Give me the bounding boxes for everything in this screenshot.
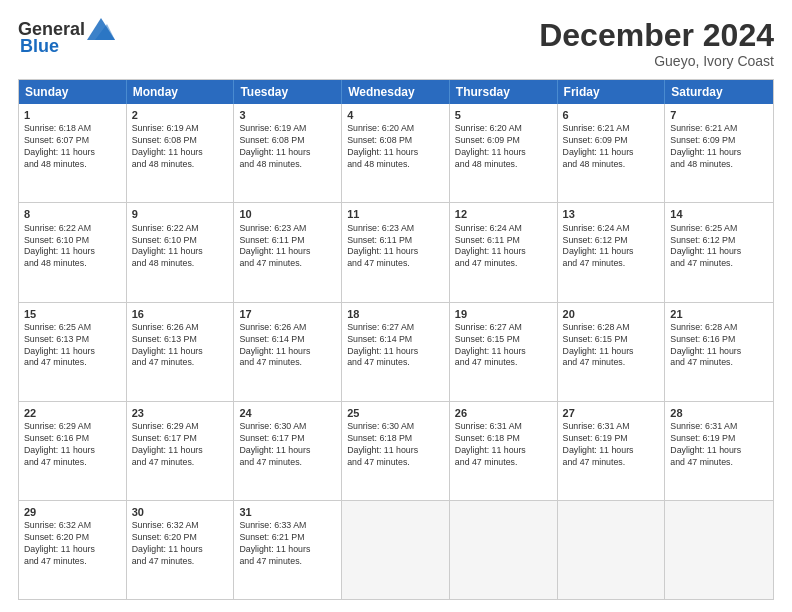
table-row: 26Sunrise: 6:31 AM Sunset: 6:18 PM Dayli…: [450, 402, 558, 500]
header-monday: Monday: [127, 80, 235, 104]
table-row: 11Sunrise: 6:23 AM Sunset: 6:11 PM Dayli…: [342, 203, 450, 301]
cell-info: Sunrise: 6:32 AM Sunset: 6:20 PM Dayligh…: [132, 520, 229, 568]
cell-info: Sunrise: 6:19 AM Sunset: 6:08 PM Dayligh…: [132, 123, 229, 171]
table-row: 6Sunrise: 6:21 AM Sunset: 6:09 PM Daylig…: [558, 104, 666, 202]
page: General Blue December 2024 Gueyo, Ivory …: [0, 0, 792, 612]
day-number: 18: [347, 307, 444, 321]
cell-info: Sunrise: 6:24 AM Sunset: 6:12 PM Dayligh…: [563, 223, 660, 271]
cell-info: Sunrise: 6:26 AM Sunset: 6:13 PM Dayligh…: [132, 322, 229, 370]
table-row: 7Sunrise: 6:21 AM Sunset: 6:09 PM Daylig…: [665, 104, 773, 202]
day-number: 3: [239, 108, 336, 122]
day-number: 25: [347, 406, 444, 420]
header: General Blue December 2024 Gueyo, Ivory …: [18, 18, 774, 69]
cell-info: Sunrise: 6:27 AM Sunset: 6:14 PM Dayligh…: [347, 322, 444, 370]
calendar-row: 1Sunrise: 6:18 AM Sunset: 6:07 PM Daylig…: [19, 104, 773, 203]
table-row: 17Sunrise: 6:26 AM Sunset: 6:14 PM Dayli…: [234, 303, 342, 401]
cell-info: Sunrise: 6:30 AM Sunset: 6:18 PM Dayligh…: [347, 421, 444, 469]
day-number: 7: [670, 108, 768, 122]
cell-info: Sunrise: 6:33 AM Sunset: 6:21 PM Dayligh…: [239, 520, 336, 568]
table-row: [450, 501, 558, 599]
header-saturday: Saturday: [665, 80, 773, 104]
day-number: 12: [455, 207, 552, 221]
calendar-header: Sunday Monday Tuesday Wednesday Thursday…: [19, 80, 773, 104]
table-row: 20Sunrise: 6:28 AM Sunset: 6:15 PM Dayli…: [558, 303, 666, 401]
table-row: [665, 501, 773, 599]
table-row: 5Sunrise: 6:20 AM Sunset: 6:09 PM Daylig…: [450, 104, 558, 202]
month-title: December 2024: [539, 18, 774, 53]
day-number: 27: [563, 406, 660, 420]
day-number: 16: [132, 307, 229, 321]
title-block: December 2024 Gueyo, Ivory Coast: [539, 18, 774, 69]
cell-info: Sunrise: 6:18 AM Sunset: 6:07 PM Dayligh…: [24, 123, 121, 171]
day-number: 24: [239, 406, 336, 420]
header-friday: Friday: [558, 80, 666, 104]
day-number: 2: [132, 108, 229, 122]
day-number: 28: [670, 406, 768, 420]
cell-info: Sunrise: 6:29 AM Sunset: 6:17 PM Dayligh…: [132, 421, 229, 469]
day-number: 5: [455, 108, 552, 122]
header-tuesday: Tuesday: [234, 80, 342, 104]
location: Gueyo, Ivory Coast: [539, 53, 774, 69]
cell-info: Sunrise: 6:25 AM Sunset: 6:13 PM Dayligh…: [24, 322, 121, 370]
day-number: 29: [24, 505, 121, 519]
table-row: 4Sunrise: 6:20 AM Sunset: 6:08 PM Daylig…: [342, 104, 450, 202]
logo-blue-text: Blue: [20, 36, 59, 57]
logo: General Blue: [18, 18, 115, 57]
table-row: 28Sunrise: 6:31 AM Sunset: 6:19 PM Dayli…: [665, 402, 773, 500]
table-row: 13Sunrise: 6:24 AM Sunset: 6:12 PM Dayli…: [558, 203, 666, 301]
cell-info: Sunrise: 6:30 AM Sunset: 6:17 PM Dayligh…: [239, 421, 336, 469]
table-row: 19Sunrise: 6:27 AM Sunset: 6:15 PM Dayli…: [450, 303, 558, 401]
table-row: 30Sunrise: 6:32 AM Sunset: 6:20 PM Dayli…: [127, 501, 235, 599]
table-row: 15Sunrise: 6:25 AM Sunset: 6:13 PM Dayli…: [19, 303, 127, 401]
cell-info: Sunrise: 6:19 AM Sunset: 6:08 PM Dayligh…: [239, 123, 336, 171]
day-number: 13: [563, 207, 660, 221]
table-row: 8Sunrise: 6:22 AM Sunset: 6:10 PM Daylig…: [19, 203, 127, 301]
table-row: 31Sunrise: 6:33 AM Sunset: 6:21 PM Dayli…: [234, 501, 342, 599]
day-number: 19: [455, 307, 552, 321]
table-row: 21Sunrise: 6:28 AM Sunset: 6:16 PM Dayli…: [665, 303, 773, 401]
cell-info: Sunrise: 6:20 AM Sunset: 6:08 PM Dayligh…: [347, 123, 444, 171]
day-number: 9: [132, 207, 229, 221]
table-row: 3Sunrise: 6:19 AM Sunset: 6:08 PM Daylig…: [234, 104, 342, 202]
logo-icon: [87, 18, 115, 40]
day-number: 1: [24, 108, 121, 122]
cell-info: Sunrise: 6:32 AM Sunset: 6:20 PM Dayligh…: [24, 520, 121, 568]
cell-info: Sunrise: 6:22 AM Sunset: 6:10 PM Dayligh…: [132, 223, 229, 271]
calendar-body: 1Sunrise: 6:18 AM Sunset: 6:07 PM Daylig…: [19, 104, 773, 599]
cell-info: Sunrise: 6:20 AM Sunset: 6:09 PM Dayligh…: [455, 123, 552, 171]
cell-info: Sunrise: 6:23 AM Sunset: 6:11 PM Dayligh…: [347, 223, 444, 271]
day-number: 30: [132, 505, 229, 519]
day-number: 14: [670, 207, 768, 221]
table-row: 25Sunrise: 6:30 AM Sunset: 6:18 PM Dayli…: [342, 402, 450, 500]
day-number: 20: [563, 307, 660, 321]
table-row: 18Sunrise: 6:27 AM Sunset: 6:14 PM Dayli…: [342, 303, 450, 401]
cell-info: Sunrise: 6:21 AM Sunset: 6:09 PM Dayligh…: [563, 123, 660, 171]
calendar-row: 15Sunrise: 6:25 AM Sunset: 6:13 PM Dayli…: [19, 303, 773, 402]
table-row: 14Sunrise: 6:25 AM Sunset: 6:12 PM Dayli…: [665, 203, 773, 301]
day-number: 11: [347, 207, 444, 221]
calendar-row: 8Sunrise: 6:22 AM Sunset: 6:10 PM Daylig…: [19, 203, 773, 302]
day-number: 26: [455, 406, 552, 420]
calendar-row: 22Sunrise: 6:29 AM Sunset: 6:16 PM Dayli…: [19, 402, 773, 501]
cell-info: Sunrise: 6:25 AM Sunset: 6:12 PM Dayligh…: [670, 223, 768, 271]
table-row: 22Sunrise: 6:29 AM Sunset: 6:16 PM Dayli…: [19, 402, 127, 500]
day-number: 31: [239, 505, 336, 519]
header-wednesday: Wednesday: [342, 80, 450, 104]
table-row: 1Sunrise: 6:18 AM Sunset: 6:07 PM Daylig…: [19, 104, 127, 202]
cell-info: Sunrise: 6:23 AM Sunset: 6:11 PM Dayligh…: [239, 223, 336, 271]
cell-info: Sunrise: 6:28 AM Sunset: 6:15 PM Dayligh…: [563, 322, 660, 370]
day-number: 4: [347, 108, 444, 122]
cell-info: Sunrise: 6:21 AM Sunset: 6:09 PM Dayligh…: [670, 123, 768, 171]
day-number: 23: [132, 406, 229, 420]
day-number: 21: [670, 307, 768, 321]
day-number: 15: [24, 307, 121, 321]
cell-info: Sunrise: 6:28 AM Sunset: 6:16 PM Dayligh…: [670, 322, 768, 370]
table-row: 12Sunrise: 6:24 AM Sunset: 6:11 PM Dayli…: [450, 203, 558, 301]
cell-info: Sunrise: 6:31 AM Sunset: 6:19 PM Dayligh…: [670, 421, 768, 469]
header-sunday: Sunday: [19, 80, 127, 104]
day-number: 10: [239, 207, 336, 221]
day-number: 6: [563, 108, 660, 122]
table-row: 29Sunrise: 6:32 AM Sunset: 6:20 PM Dayli…: [19, 501, 127, 599]
calendar-row: 29Sunrise: 6:32 AM Sunset: 6:20 PM Dayli…: [19, 501, 773, 599]
cell-info: Sunrise: 6:24 AM Sunset: 6:11 PM Dayligh…: [455, 223, 552, 271]
